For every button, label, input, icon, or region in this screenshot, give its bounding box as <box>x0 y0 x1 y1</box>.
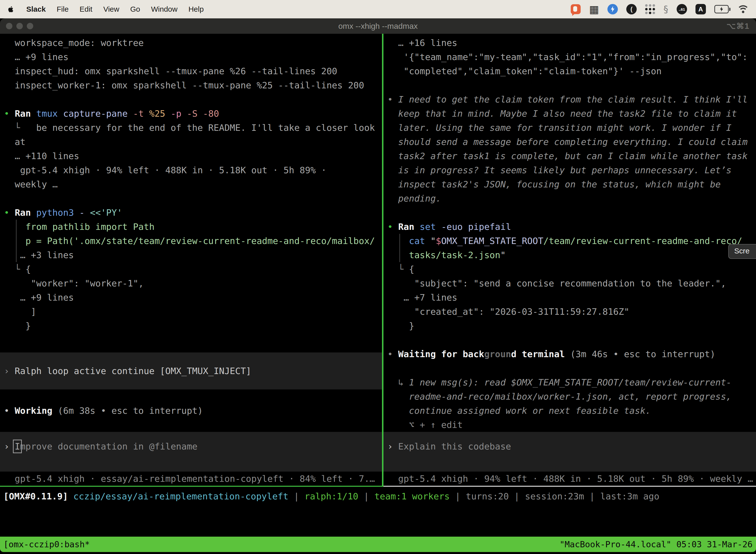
terminal-line: inspect task2's JSON, focusing on the st… <box>383 177 756 191</box>
left-terminal-pane[interactable]: workspace_mode: worktree … +9 lines insp… <box>0 34 382 486</box>
menu-item-help[interactable]: Help <box>189 5 204 13</box>
terminal-line: } <box>0 319 382 333</box>
terminal-line: • Working (6m 38s • esc to interrupt) <box>0 403 382 418</box>
terminal-line: weekly … <box>0 177 382 191</box>
terminal-line: "subject": "send a concise recommendatio… <box>383 276 756 290</box>
terminal-line: at <box>0 135 382 149</box>
tmux-panes: workspace_mode: worktree … +9 lines insp… <box>0 34 756 486</box>
moon-badge-icon[interactable]: ..61 <box>677 4 687 14</box>
terminal-line: ] <box>0 304 382 319</box>
terminal-line: └ { <box>383 262 756 276</box>
terminal-line <box>0 389 382 403</box>
terminal-line: inspect_worker-1: omx sparkshell --tmux-… <box>0 78 382 92</box>
terminal-window: omx --xhigh --madmax ⌥⌘1 workspace_mode:… <box>0 18 756 554</box>
terminal-line: • Ran set -euo pipefail <box>383 220 756 234</box>
hook-icon[interactable]: § <box>664 4 668 15</box>
terminal-line <box>383 206 756 220</box>
dots-grid-icon[interactable] <box>645 4 655 14</box>
right-terminal-pane[interactable]: … +16 lines '{"team_name":"my-team","tas… <box>383 34 756 486</box>
terminal-line: ↳ 1 new msg(s): read $OMX_TEAM_STATE_ROO… <box>383 375 756 389</box>
menu-item-view[interactable]: View <box>103 5 119 13</box>
terminal-line <box>0 191 382 206</box>
terminal-line: from pathlib import Path <box>0 220 382 234</box>
terminal-line: • Ran tmux capture-pane -t %25 -p -S -80 <box>0 107 382 121</box>
terminal-line: } <box>383 319 756 333</box>
terminal-line: • I need to get the claim token from the… <box>383 92 756 107</box>
crescent-app-icon[interactable]: ( <box>626 4 637 14</box>
terminal-line <box>383 333 756 347</box>
blue-bolt-badge-icon[interactable] <box>608 4 618 14</box>
terminal-line <box>0 418 382 432</box>
omx-status-line: [OMX#0.11.9] cczip/essay/ai-reimplementa… <box>0 487 756 508</box>
battery-icon[interactable] <box>714 5 729 13</box>
terminal-line <box>383 78 756 92</box>
tmux-status-bar: [omx-cczip0:bash* "MacBook-Pro-44.local"… <box>0 537 756 552</box>
terminal-line: … +9 lines <box>0 50 382 64</box>
terminal-line <box>0 333 382 347</box>
terminal-line: task2 after task1 is complete, but can I… <box>383 149 756 163</box>
terminal-line: … +16 lines <box>383 36 756 50</box>
menu-item-file[interactable]: File <box>57 5 68 13</box>
terminal-line: p = Path('.omx/state/team/review-current… <box>0 234 382 248</box>
window-shortcut-badge: ⌥⌘1 <box>727 21 750 31</box>
terminal-line: … +110 lines <box>0 149 382 163</box>
terminal-line: gpt-5.4 xhigh · essay/ai-reimplementatio… <box>0 472 382 486</box>
terminal-line: • Waiting for background terminal (3m 46… <box>383 347 756 361</box>
menu-item-window[interactable]: Window <box>151 5 178 13</box>
wifi-icon[interactable] <box>737 5 749 14</box>
terminal-line: '{"team_name":"my-team","task_id":"1","f… <box>383 50 756 64</box>
terminal-line: └ be necessary for the end of the README… <box>0 121 382 135</box>
prompt-input-left[interactable]: › Improve documentation in @filename <box>0 432 382 472</box>
apple-menu-icon[interactable] <box>7 4 15 14</box>
terminal-line: "created_at": "2026-03-31T11:59:27.816Z" <box>383 304 756 319</box>
chat-app-icon[interactable] <box>571 4 581 14</box>
terminal-line: later. Using the same for transition mig… <box>383 121 756 135</box>
terminal-line <box>0 92 382 107</box>
terminal-line: "worker": "worker-1", <box>0 276 382 290</box>
terminal-line: inspect_hud: omx sparkshell --tmux-pane … <box>0 64 382 78</box>
terminal-line: • Ran python3 - <<'PY' <box>0 206 382 220</box>
screen-edge-tooltip: Scre <box>728 244 756 259</box>
grid-shield-icon[interactable]: ▦ <box>589 3 599 15</box>
ralph-loop-banner: › Ralph loop active continue [OMX_TMUX_I… <box>0 352 382 389</box>
terminal-line: … +3 lines <box>0 248 382 262</box>
terminal-line: pending. <box>383 191 756 206</box>
terminal-line: keep that in mind. Maybe I also need the… <box>383 107 756 121</box>
a-app-icon[interactable]: A <box>695 4 706 14</box>
window-title: omx --xhigh --madmax <box>0 21 756 31</box>
terminal-line: gpt-5.4 xhigh · 94% left · 488K in · 5.1… <box>0 163 382 177</box>
terminal-line: └ { <box>0 262 382 276</box>
terminal-line: readme-and-reco/mailbox/worker-1.json, a… <box>383 389 756 403</box>
terminal-line: … +9 lines <box>0 290 382 304</box>
menu-bar: Slack FileEditViewGoWindowHelp ▦(§..61A <box>0 0 756 18</box>
terminal-line: workspace_mode: worktree <box>0 36 382 50</box>
tmux-host-clock: "MacBook-Pro-44.local" 05:03 31-Mar-26 <box>560 539 753 549</box>
terminal-line: is in progress? It seems likely but perh… <box>383 163 756 177</box>
terminal-line: tasks/task-2.json" <box>383 248 756 262</box>
window-titlebar: omx --xhigh --madmax ⌥⌘1 <box>0 18 756 34</box>
terminal-line: "completed","claim_token":"claim-token"}… <box>383 64 756 78</box>
prompt-input-right[interactable]: › Explain this codebase <box>383 432 756 472</box>
terminal-line: continue assigned work or next feasible … <box>383 403 756 418</box>
menu-app-name[interactable]: Slack <box>26 5 46 13</box>
terminal-line: cat "$OMX_TEAM_STATE_ROOT/team/review-cu… <box>383 234 756 248</box>
menu-item-edit[interactable]: Edit <box>80 5 92 13</box>
menu-item-go[interactable]: Go <box>130 5 140 13</box>
terminal-line: … +7 lines <box>383 290 756 304</box>
terminal-line: ⌥ + ↑ edit <box>383 418 756 432</box>
tmux-session-label[interactable]: [omx-cczip0:bash* <box>3 539 90 549</box>
terminal-line: should send a message before completing … <box>383 135 756 149</box>
terminal-line: gpt-5.4 xhigh · 94% left · 488K in · 5.1… <box>383 472 756 486</box>
